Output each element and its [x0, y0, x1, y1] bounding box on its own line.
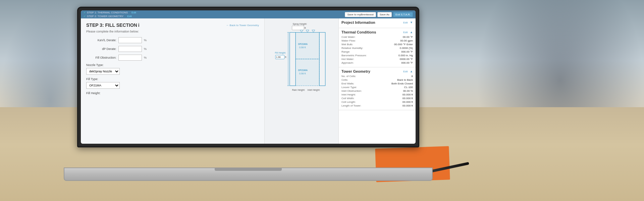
thermal-val: 00.000 °F Enter: [394, 43, 413, 46]
tower-val: CL-100: [404, 86, 413, 89]
thermal-key: Cold Water:: [341, 36, 356, 39]
step2-edit-link[interactable]: Edit: [127, 15, 132, 18]
svg-text:Spray Height:: Spray Height:: [292, 23, 307, 25]
thermal-title: Thermal Conditions: [341, 30, 376, 34]
tower-key: Inlet Obstruction:: [341, 89, 362, 92]
svg-text:Rain Height:: Rain Height:: [292, 89, 305, 91]
tower-val: 00.000 ft: [402, 97, 413, 100]
kavl-input[interactable]: [118, 37, 142, 43]
svg-marker-6: [312, 30, 315, 32]
fill-type-select[interactable]: OF21MA: [86, 82, 120, 89]
screen-content: ✓ STEP 1: THERMAL CONDITIONS Edit ✓ STEP…: [81, 10, 416, 144]
right-panel: Project Information Edit ▼: [338, 18, 416, 144]
tower-val: 00.000 ft: [402, 93, 413, 96]
thermal-edit[interactable]: Edit: [403, 31, 408, 34]
tower-key: End Walls:: [341, 82, 354, 85]
thermal-key: Wet Bulb:: [341, 43, 353, 46]
tower-fields: No. of Cells:8Cells:Back to BackEnd Wall…: [341, 75, 413, 107]
nozzle-select[interactable]: dekSpray Nozzle: [86, 68, 120, 75]
tower-info-row: End Walls:Both Ends Closed: [341, 82, 413, 85]
step2-label: STEP 2: TOWER GEOMETRY: [87, 15, 123, 18]
thermal-controls: Edit ▲: [403, 30, 413, 34]
sub-text: Please complete the information below:: [86, 30, 259, 33]
tower-info-row: No. of Cells:8: [341, 75, 413, 78]
exit-star-button[interactable]: Exit S.T.A.R.: [393, 12, 413, 17]
step1-edit-link[interactable]: Edit: [131, 11, 136, 14]
tower-info-row: Cell Width:00.000 ft: [341, 97, 413, 100]
back-link[interactable]: ← Back to Tower Geometry: [226, 24, 259, 27]
fill-obstruction-label: Fill Obstruction:: [86, 56, 116, 59]
tower-val: 00.00 %: [403, 89, 413, 92]
save-as-button[interactable]: Save As: [377, 12, 392, 17]
tower-info-row: Inlet Height:00.000 ft: [341, 93, 413, 96]
fill-type-label: Fill Type:: [86, 77, 259, 81]
svg-text:ft: ft: [285, 56, 286, 58]
tower-key: Cell Width:: [341, 97, 355, 100]
thermal-info-row: Barometric Pressure:0.000 in. Hg: [341, 54, 413, 57]
thermal-val: 000.00 °F: [401, 61, 413, 64]
tower-key: No. of Cells:: [341, 75, 356, 78]
thermal-val: 0.0000 (%): [400, 47, 413, 50]
dp-label: dP Derate:: [86, 47, 116, 51]
tower-geometry-edit[interactable]: Edit: [403, 70, 408, 73]
thermal-conditions-section: Thermal Conditions Edit ▲ Cold Water:00.…: [339, 28, 416, 67]
thermal-info-row: Wet Bulb:00.000 °F Enter: [341, 43, 413, 46]
svg-rect-8: [319, 32, 325, 86]
tower-key: Cell Length:: [341, 100, 356, 104]
thermal-val: 00.00 gpm: [400, 39, 413, 42]
kavl-unit: %: [144, 39, 147, 42]
steps-nav: ✓ STEP 1: THERMAL CONDITIONS Edit ✓ STEP…: [84, 11, 343, 18]
nozzle-type-label: Nozzle Type:: [86, 63, 259, 67]
laptop-base: [64, 168, 433, 181]
tower-geometry-arrow[interactable]: ▲: [410, 70, 413, 73]
tower-info-row: Cells:Back to Back: [341, 78, 413, 81]
thermal-fields: Cold Water:00.00 °FWater Flow:00.00 gpmW…: [341, 36, 413, 64]
thermal-val: 00.00 °F: [403, 36, 413, 39]
project-info-edit[interactable]: Edit: [403, 21, 408, 24]
laptop-lid: ✓ STEP 1: THERMAL CONDITIONS Edit ✓ STEP…: [77, 7, 419, 147]
svg-text:0.98 ft: 0.98 ft: [299, 72, 306, 75]
save-to-mybrentwood-button[interactable]: Save to myBrentwood: [345, 12, 376, 17]
dp-input[interactable]: [118, 46, 142, 52]
tower-val: 00.000 ft: [402, 100, 413, 104]
project-info-arrow[interactable]: ▼: [410, 21, 413, 24]
thermal-info-row: Range:000.00 °F: [341, 50, 413, 53]
svg-text:ft: ft: [305, 27, 306, 29]
step2-check-icon: ✓: [84, 15, 86, 18]
tower-info-row: Inlet Obstruction:00.00 %: [341, 89, 413, 92]
tower-key: Length of Tower:: [341, 104, 361, 107]
tower-key: Louver Type:: [341, 86, 357, 89]
fill-obstruction-input[interactable]: [118, 55, 142, 61]
thermal-key: Approach:: [341, 61, 354, 64]
step-header: STEP 3: FILL SECTION i ← Back to Tower G…: [86, 22, 259, 28]
tower-geometry-header: Tower Geometry Edit ▲: [341, 69, 413, 73]
svg-marker-5: [306, 30, 309, 32]
step-title-group: STEP 3: FILL SECTION i: [86, 22, 140, 28]
project-info-title: Project Information: [341, 20, 375, 24]
thermal-arrow[interactable]: ▲: [410, 30, 413, 34]
thermal-info-row: Hot Water:0000.00 °F: [341, 58, 413, 61]
thermal-key: Water Flow:: [341, 39, 356, 42]
thermal-key: Range:: [341, 50, 350, 53]
laptop-screen: ✓ STEP 1: THERMAL CONDITIONS Edit ✓ STEP…: [81, 10, 416, 144]
thermal-info-row: Water Flow:00.00 gpm: [341, 39, 413, 42]
nozzle-select-row: dekSpray Nozzle: [86, 68, 259, 75]
fill-type-select-row: OF21MA: [86, 82, 259, 89]
tower-info-row: Louver Type:CL-100: [341, 86, 413, 89]
scene: ✓ STEP 1: THERMAL CONDITIONS Edit ✓ STEP…: [0, 0, 644, 201]
tower-key: Inlet Height:: [341, 93, 356, 96]
tower-val: 8: [412, 75, 413, 78]
kavl-derate-row: KaV/L Derate: %: [86, 37, 259, 43]
fill-height-label: Fill Height:: [86, 91, 259, 95]
tower-info-row: Cell Length:00.000 ft: [341, 100, 413, 104]
thermal-info-row: Approach:000.00 °F: [341, 61, 413, 64]
step1-nav: ✓ STEP 1: THERMAL CONDITIONS Edit: [84, 11, 343, 14]
step1-check-icon: ✓: [84, 11, 86, 14]
svg-rect-1: [292, 26, 304, 30]
thermal-key: Barometric Pressure:: [341, 54, 367, 57]
main-area: STEP 3: FILL SECTION i ← Back to Tower G…: [81, 18, 416, 144]
svg-marker-4: [300, 30, 303, 32]
diagram-area: Spray Height: ft: [265, 18, 338, 144]
tower-key: Cells:: [341, 78, 348, 81]
thermal-info-row: Cold Water:00.00 °F: [341, 36, 413, 39]
